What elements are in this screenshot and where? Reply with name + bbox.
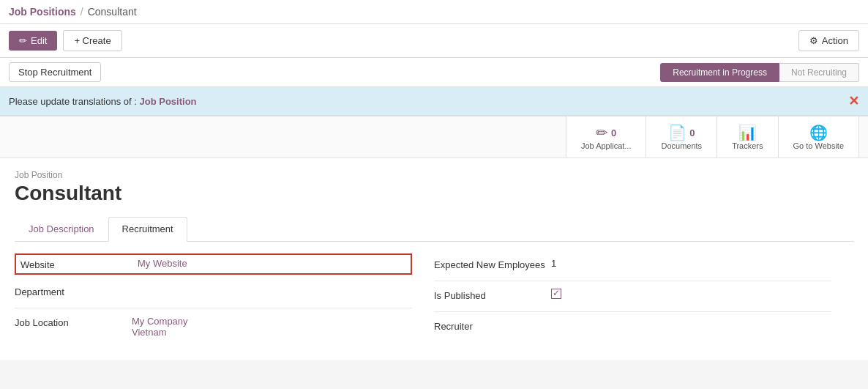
edit-button[interactable]: ✏ Edit [9, 31, 57, 51]
form-tabs: Job Description Recruitment [15, 217, 853, 242]
department-label: Department [15, 285, 132, 297]
edit-icon: ✏ [19, 35, 27, 46]
stop-recruitment-button[interactable]: Stop Recruitment [9, 62, 101, 82]
alert-bar: Please update translations of : Job Posi… [0, 87, 868, 116]
expected-value: 1 [551, 258, 831, 269]
close-icon[interactable]: ✕ [848, 93, 859, 109]
status-inactive-label: Not Recruiting [791, 67, 847, 78]
trackers-label: Trackers [732, 141, 763, 150]
job-location-label: Job Location [15, 316, 132, 328]
tab-recruitment-label: Recruitment [122, 223, 173, 234]
action-button[interactable]: ⚙ Action [798, 30, 859, 51]
expected-label: Expected New Employees [434, 258, 551, 270]
job-location-line1[interactable]: My Company [132, 316, 412, 327]
smart-btn-job-applications[interactable]: ✏ 0 Job Applicat... [566, 116, 647, 158]
smart-btn-documents[interactable]: 📄 0 Documents [646, 116, 717, 158]
edit-label: Edit [31, 35, 47, 46]
alert-content: Please update translations of : Job Posi… [9, 96, 197, 107]
website-value[interactable]: My Website [138, 258, 406, 269]
job-location-line2: Vietnam [132, 327, 412, 338]
form-section-label: Job Position [15, 170, 853, 180]
form-row-job-location: Job Location My Company Vietnam [15, 311, 412, 342]
globe-icon: 🌐 [809, 124, 828, 141]
published-checkbox[interactable] [551, 289, 561, 299]
breadcrumb-parent-link[interactable]: Job Positions [9, 6, 76, 18]
form-title: Consultant [15, 182, 853, 205]
form-row-website: Website My Website [15, 253, 412, 275]
tab-job-description-label: Job Description [29, 223, 94, 234]
website-label: Website [20, 258, 138, 270]
status-inactive-button[interactable]: Not Recruiting [779, 63, 859, 82]
stop-label: Stop Recruitment [18, 67, 91, 78]
status-active-button[interactable]: Recruitment in Progress [660, 63, 779, 82]
toolbar-left: ✏ Edit + Create [9, 30, 122, 51]
smart-btn-trackers[interactable]: 📊 Trackers [717, 116, 778, 158]
breadcrumb-current: Consultant [88, 6, 137, 18]
documents-count: 0 [689, 127, 695, 138]
bar-chart-icon: 📊 [738, 124, 757, 141]
recruiter-label: Recruiter [434, 319, 551, 332]
main-content: ✏ 0 Job Applicat... 📄 0 Documents 📊 Trac… [0, 116, 868, 360]
alert-link[interactable]: Job Position [140, 96, 197, 107]
breadcrumb-separator: / [81, 6, 83, 18]
status-active-label: Recruitment in Progress [673, 67, 767, 78]
website-label: Go to Website [793, 141, 845, 150]
job-location-value: My Company Vietnam [132, 316, 412, 338]
job-applications-label: Job Applicat... [581, 141, 632, 150]
pencil-icon: ✏ [596, 124, 608, 141]
create-label: + Create [74, 35, 111, 46]
breadcrumb-bar: Job Positions / Consultant [0, 0, 868, 24]
form-right: Expected New Employees 1 Is Published Re… [434, 253, 853, 348]
form-row-published: Is Published [434, 284, 831, 305]
gear-icon: ⚙ [809, 35, 818, 46]
alert-text: Please update translations of : [9, 96, 137, 107]
form-area: Job Position Consultant Job Description … [0, 158, 868, 360]
tab-recruitment[interactable]: Recruitment [108, 217, 187, 242]
form-row-recruiter: Recruiter [434, 315, 831, 336]
action-label: Action [822, 35, 848, 46]
status-bar: Stop Recruitment Recruitment in Progress… [0, 58, 868, 87]
job-applications-count: 0 [611, 127, 616, 138]
form-grid: Website My Website Department Job Locati… [15, 253, 853, 348]
documents-label: Documents [661, 141, 702, 150]
smart-buttons-bar: ✏ 0 Job Applicat... 📄 0 Documents 📊 Trac… [0, 116, 868, 158]
smart-btn-website[interactable]: 🌐 Go to Website [779, 116, 860, 158]
file-icon: 📄 [668, 124, 686, 141]
toolbar-right: ⚙ Action [798, 30, 859, 51]
form-left: Website My Website Department Job Locati… [15, 253, 434, 348]
form-row-expected: Expected New Employees 1 [434, 253, 831, 275]
form-row-department: Department [15, 281, 412, 302]
tab-job-description[interactable]: Job Description [15, 217, 108, 241]
create-button[interactable]: + Create [63, 30, 121, 51]
status-buttons: Recruitment in Progress Not Recruiting [660, 63, 859, 82]
published-label: Is Published [434, 289, 551, 301]
toolbar: ✏ Edit + Create ⚙ Action [0, 24, 868, 58]
